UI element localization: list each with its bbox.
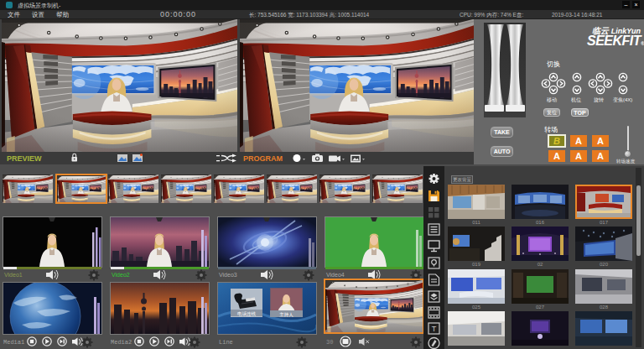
svg-text:T: T [432,325,437,333]
svg-text:Line: Line [219,339,233,346]
svg-text:30: 30 [326,339,333,346]
svg-text:Media1: Media1 [3,339,24,346]
svg-text:主持人: 主持人 [279,312,293,318]
svg-text:Media2: Media2 [111,339,132,346]
svg-text:电话连线: 电话连线 [237,311,257,317]
